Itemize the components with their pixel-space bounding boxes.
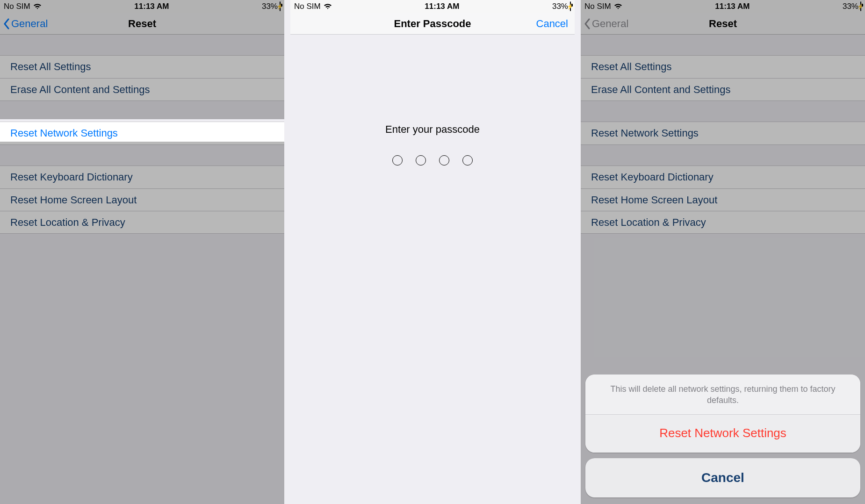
wifi-icon bbox=[614, 3, 622, 10]
reset-group-1: Reset All Settings Erase All Content and… bbox=[0, 55, 284, 101]
passcode-dot bbox=[439, 155, 449, 166]
cell-label: Reset Location & Privacy bbox=[10, 216, 125, 229]
status-right: 33% ⚡ bbox=[262, 2, 281, 11]
cancel-button[interactable]: Cancel bbox=[536, 18, 568, 30]
nav-bar: General Reset bbox=[0, 13, 284, 35]
status-right: 33% ⚡ bbox=[552, 2, 571, 11]
cell-reset-home-screen-layout[interactable]: Reset Home Screen Layout bbox=[0, 188, 284, 211]
nav-back-label: General bbox=[592, 18, 628, 30]
nav-title: Enter Passcode bbox=[394, 18, 471, 30]
cell-label: Reset Network Settings bbox=[591, 127, 699, 139]
status-carrier: No SIM bbox=[4, 2, 30, 11]
status-battery-percent: 33% bbox=[262, 2, 278, 11]
cell-label: Reset Home Screen Layout bbox=[591, 194, 717, 206]
nav-back-label: General bbox=[11, 18, 48, 30]
cell-reset-location-privacy[interactable]: Reset Location & Privacy bbox=[581, 211, 865, 233]
passcode-dot bbox=[392, 155, 403, 166]
passcode-prompt: Enter your passcode bbox=[290, 123, 575, 136]
nav-title: Reset bbox=[128, 18, 156, 30]
status-bar: No SIM 11:13 AM 33% ⚡ bbox=[0, 0, 284, 13]
cell-label: Reset Home Screen Layout bbox=[10, 194, 137, 206]
nav-back-button[interactable]: General bbox=[584, 18, 628, 30]
battery-icon: ⚡ bbox=[570, 2, 571, 11]
passcode-dot bbox=[416, 155, 426, 166]
status-right: 33% ⚡ bbox=[843, 2, 861, 11]
nav-bar: Enter Passcode Cancel bbox=[290, 13, 575, 35]
status-left: No SIM bbox=[584, 2, 622, 11]
reset-group-3: Reset Keyboard Dictionary Reset Home Scr… bbox=[581, 166, 865, 234]
nav-title: Reset bbox=[709, 18, 737, 30]
action-sheet-group: This will delete all network settings, r… bbox=[585, 374, 860, 453]
action-sheet-message: This will delete all network settings, r… bbox=[585, 374, 860, 414]
status-carrier: No SIM bbox=[294, 2, 321, 11]
cell-erase-all-content[interactable]: Erase All Content and Settings bbox=[581, 78, 865, 101]
status-carrier: No SIM bbox=[584, 2, 611, 11]
nav-back-button[interactable]: General bbox=[3, 18, 48, 30]
action-sheet-cancel-button[interactable]: Cancel bbox=[585, 458, 860, 497]
cell-label: Reset Location & Privacy bbox=[591, 216, 706, 229]
action-sheet: This will delete all network settings, r… bbox=[581, 370, 865, 504]
reset-group-2: Reset Network Settings bbox=[0, 122, 284, 145]
cell-label: Reset All Settings bbox=[591, 61, 671, 73]
status-battery-percent: 33% bbox=[552, 2, 568, 11]
passcode-dots bbox=[290, 155, 575, 166]
cell-erase-all-content[interactable]: Erase All Content and Settings bbox=[0, 78, 284, 101]
cell-reset-keyboard-dictionary[interactable]: Reset Keyboard Dictionary bbox=[0, 166, 284, 188]
cell-label: Reset Keyboard Dictionary bbox=[10, 171, 133, 183]
cell-label: Reset Keyboard Dictionary bbox=[591, 171, 714, 183]
cell-reset-network-settings[interactable]: Reset Network Settings bbox=[581, 122, 865, 144]
passcode-dot bbox=[462, 155, 473, 166]
pane-enter-passcode: No SIM 11:13 AM 33% ⚡ Enter Passcode Can… bbox=[290, 0, 575, 504]
cell-label: Erase All Content and Settings bbox=[10, 84, 150, 96]
cell-reset-keyboard-dictionary[interactable]: Reset Keyboard Dictionary bbox=[581, 166, 865, 188]
status-left: No SIM bbox=[4, 2, 42, 11]
status-bar: No SIM 11:13 AM 33% ⚡ bbox=[290, 0, 575, 13]
cell-reset-network-settings[interactable]: Reset Network Settings bbox=[0, 122, 284, 144]
pane-reset-action-sheet: No SIM 11:13 AM 33% ⚡ General Reset bbox=[581, 0, 865, 504]
cell-reset-location-privacy[interactable]: Reset Location & Privacy bbox=[0, 211, 284, 233]
nav-bar: General Reset bbox=[581, 13, 865, 35]
reset-group-3: Reset Keyboard Dictionary Reset Home Scr… bbox=[0, 166, 284, 234]
reset-group-1: Reset All Settings Erase All Content and… bbox=[581, 55, 865, 101]
wifi-icon bbox=[33, 3, 42, 10]
confirm-reset-network-button[interactable]: Reset Network Settings bbox=[585, 415, 860, 453]
reset-group-2: Reset Network Settings bbox=[581, 122, 865, 145]
cell-reset-all-settings[interactable]: Reset All Settings bbox=[581, 56, 865, 78]
cell-reset-home-screen-layout[interactable]: Reset Home Screen Layout bbox=[581, 188, 865, 211]
chevron-left-icon bbox=[584, 18, 591, 29]
wifi-icon bbox=[324, 3, 332, 10]
battery-icon: ⚡ bbox=[280, 2, 281, 11]
passcode-area: Enter your passcode bbox=[290, 123, 575, 166]
cell-label: Erase All Content and Settings bbox=[591, 84, 730, 96]
status-time: 11:13 AM bbox=[134, 2, 169, 11]
status-time: 11:13 AM bbox=[425, 2, 459, 11]
cell-label: Reset Network Settings bbox=[10, 127, 118, 139]
status-bar: No SIM 11:13 AM 33% ⚡ bbox=[581, 0, 865, 13]
status-left: No SIM bbox=[294, 2, 332, 11]
battery-icon: ⚡ bbox=[860, 2, 861, 11]
status-battery-percent: 33% bbox=[843, 2, 858, 11]
pane-reset-settings: No SIM 11:13 AM 33% ⚡ General Reset bbox=[0, 0, 284, 504]
status-time: 11:13 AM bbox=[715, 2, 750, 11]
cell-label: Reset All Settings bbox=[10, 61, 91, 73]
cell-reset-all-settings[interactable]: Reset All Settings bbox=[0, 56, 284, 78]
chevron-left-icon bbox=[3, 18, 10, 29]
